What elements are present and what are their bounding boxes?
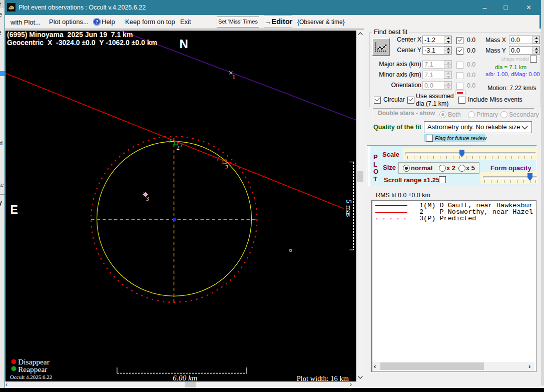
svg-text:?: ? bbox=[96, 19, 98, 25]
svg-text:3: 3 bbox=[146, 195, 149, 202]
svg-text:2: 2 bbox=[177, 144, 180, 151]
svg-text:5 mas: 5 mas bbox=[345, 200, 353, 217]
svg-text:Reappear: Reappear bbox=[18, 365, 48, 373]
svg-text:E: E bbox=[11, 203, 18, 216]
svg-text:2: 2 bbox=[225, 163, 229, 171]
svg-text:6.00 km: 6.00 km bbox=[173, 373, 197, 381]
svg-text:N: N bbox=[180, 37, 188, 51]
svg-text:(6995) Minoyama 2025 Jun 19: (6995) Minoyama 2025 Jun 19 7.1 km bbox=[7, 31, 133, 39]
svg-text:Occult 4.2025.6.22: Occult 4.2025.6.22 bbox=[10, 374, 52, 380]
svg-text:Geocentric X -3024.0 ±0.0 Y: Geocentric X -3024.0 ±0.0 Y -1062.0 ±0.0… bbox=[7, 39, 157, 47]
svg-text:1: 1 bbox=[232, 73, 236, 81]
svg-text:Plot width: 16 km: Plot width: 16 km bbox=[297, 374, 349, 382]
